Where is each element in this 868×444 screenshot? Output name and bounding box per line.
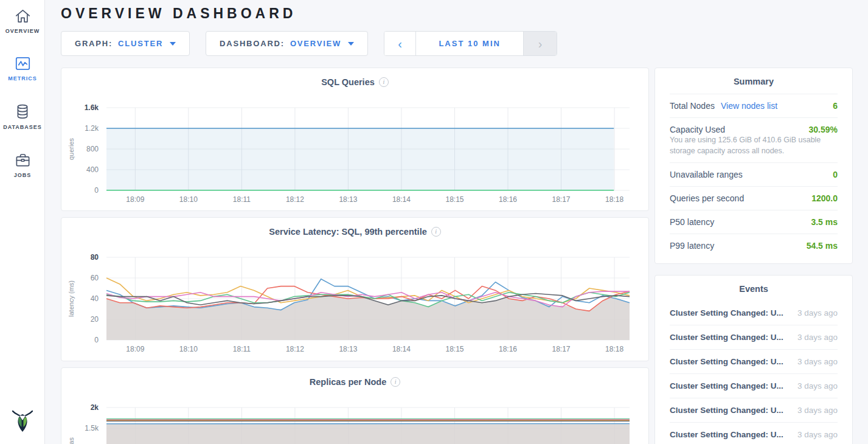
summary-value: 6 — [833, 101, 838, 111]
event-row[interactable]: Cluster Setting Changed: U...3 days ago — [670, 373, 838, 398]
info-icon[interactable]: i — [391, 377, 400, 387]
summary-row-p50: P50 latency 3.5 ms — [670, 210, 838, 234]
side-column: Summary Total Nodes View nodes list 6 Ca… — [654, 68, 853, 444]
graph-dropdown-value: CLUSTER — [118, 39, 163, 48]
summary-label: Queries per second — [670, 193, 744, 203]
controls-bar: GRAPH: CLUSTER DASHBOARD: OVERVIEW ‹ LAS… — [61, 31, 868, 56]
summary-value: 3.5 ms — [811, 217, 838, 227]
databases-icon — [15, 103, 30, 120]
info-icon[interactable]: i — [379, 77, 389, 87]
event-title: Cluster Setting Changed: U... — [670, 406, 783, 415]
sql-queries-chart[interactable]: 04008001.2k1.6k18:0918:1018:1118:1218:13… — [61, 102, 648, 206]
svg-text:18:18: 18:18 — [605, 345, 623, 353]
svg-text:18:12: 18:12 — [286, 195, 304, 204]
dashboard-dropdown[interactable]: DASHBOARD: OVERVIEW — [206, 31, 368, 56]
chart-title: Service Latency: SQL, 99th percentile — [269, 227, 427, 237]
svg-text:18:18: 18:18 — [605, 195, 623, 204]
summary-row-capacity: Capacity Used 30.59% You are using 125.6… — [670, 117, 838, 162]
svg-text:1.6k: 1.6k — [85, 103, 99, 112]
summary-value: 30.59% — [809, 125, 838, 134]
time-range-next-button[interactable]: › — [523, 32, 557, 55]
svg-text:18:09: 18:09 — [126, 195, 144, 204]
svg-text:18:14: 18:14 — [392, 345, 411, 353]
summary-row-total-nodes: Total Nodes View nodes list 6 — [670, 94, 838, 117]
event-title: Cluster Setting Changed: U... — [670, 430, 783, 439]
svg-text:20: 20 — [91, 315, 99, 324]
event-time: 3 days ago — [797, 430, 838, 439]
event-row[interactable]: Cluster Setting Changed: U...3 days ago — [670, 325, 838, 349]
svg-text:18:16: 18:16 — [499, 195, 517, 204]
sidebar-item-jobs[interactable]: JOBS — [0, 144, 45, 184]
sidebar-item-databases[interactable]: DATABASES — [0, 95, 45, 136]
svg-text:18:16: 18:16 — [499, 345, 517, 353]
summary-row-qps: Queries per second 1200.0 — [670, 186, 838, 210]
event-row[interactable]: Cluster Setting Changed: U...3 days ago — [670, 398, 838, 422]
events-list: Cluster Setting Changed: U...3 days agoC… — [670, 301, 838, 444]
summary-value: 54.5 ms — [807, 241, 838, 251]
svg-text:18:14: 18:14 — [392, 195, 411, 204]
svg-text:replicas: replicas — [68, 437, 75, 444]
event-time: 3 days ago — [797, 406, 838, 415]
time-range-prev-button[interactable]: ‹ — [384, 32, 416, 55]
summary-row-p99: P99 latency 54.5 ms — [670, 234, 838, 257]
event-title: Cluster Setting Changed: U... — [670, 381, 783, 390]
graph-dropdown[interactable]: GRAPH: CLUSTER — [61, 31, 190, 56]
event-row[interactable]: Cluster Setting Changed: U...3 days ago — [670, 422, 838, 444]
sidebar-item-label: OVERVIEW — [5, 28, 40, 34]
svg-text:60: 60 — [91, 274, 99, 282]
svg-text:18:11: 18:11 — [233, 195, 251, 204]
event-title: Cluster Setting Changed: U... — [670, 308, 783, 317]
dashboard-content: SQL Queriesi 04008001.2k1.6k18:0918:1018… — [61, 68, 868, 444]
sidebar-item-label: METRICS — [8, 75, 37, 82]
svg-text:18:11: 18:11 — [233, 345, 251, 353]
summary-title: Summary — [670, 77, 838, 94]
info-icon[interactable]: i — [431, 227, 441, 237]
svg-text:0: 0 — [94, 336, 99, 344]
summary-panel: Summary Total Nodes View nodes list 6 Ca… — [654, 68, 853, 264]
replicas-per-node-chart[interactable]: 00.5k1k1.5k2k18:0918:1018:1118:1218:1318… — [61, 401, 648, 444]
svg-text:0: 0 — [94, 186, 99, 195]
chevron-right-icon: › — [538, 38, 543, 50]
event-title: Cluster Setting Changed: U... — [670, 333, 783, 342]
svg-text:18:13: 18:13 — [339, 195, 357, 204]
event-row[interactable]: Cluster Setting Changed: U...3 days ago — [670, 301, 838, 325]
replicas-per-node-card: Replicas per Nodei 00.5k1k1.5k2k18:0918:… — [61, 367, 649, 444]
svg-text:queries: queries — [68, 137, 75, 160]
dashboard-dropdown-value: OVERVIEW — [290, 39, 341, 48]
svg-text:18:10: 18:10 — [179, 195, 198, 204]
event-time: 3 days ago — [797, 333, 838, 342]
event-row[interactable]: Cluster Setting Changed: U...3 days ago — [670, 349, 838, 373]
summary-label: P50 latency — [670, 217, 714, 227]
view-nodes-list-link[interactable]: View nodes list — [721, 101, 777, 111]
summary-label: P99 latency — [670, 241, 714, 251]
event-time: 3 days ago — [797, 308, 838, 317]
caret-down-icon — [170, 42, 176, 46]
service-latency-chart[interactable]: 02040608018:0918:1018:1118:1218:1318:141… — [61, 251, 648, 356]
service-latency-card: Service Latency: SQL, 99th percentilei 0… — [61, 217, 649, 361]
summary-value: 0 — [833, 170, 838, 179]
svg-text:1.5k: 1.5k — [85, 424, 99, 432]
svg-text:1.2k: 1.2k — [85, 124, 99, 133]
svg-text:18:13: 18:13 — [339, 345, 357, 353]
time-range-label[interactable]: LAST 10 MIN — [416, 32, 523, 55]
svg-text:40: 40 — [91, 294, 99, 303]
svg-text:400: 400 — [86, 165, 99, 174]
page-title: OVERVIEW DASHBOARD — [61, 5, 868, 22]
svg-text:latency (ms): latency (ms) — [68, 280, 75, 317]
svg-text:18:12: 18:12 — [286, 345, 304, 353]
events-title: Events — [670, 284, 838, 301]
svg-text:18:10: 18:10 — [179, 345, 198, 353]
svg-text:800: 800 — [86, 145, 99, 153]
sidebar-item-metrics[interactable]: METRICS — [0, 47, 45, 88]
sidebar: OVERVIEW METRICS DATABASES — [0, 0, 45, 444]
sidebar-item-overview[interactable]: OVERVIEW — [0, 0, 45, 40]
caret-down-icon — [348, 42, 354, 46]
svg-text:80: 80 — [91, 253, 99, 262]
home-icon — [15, 9, 31, 24]
dashboard-dropdown-label: DASHBOARD: — [220, 39, 285, 48]
sidebar-item-label: JOBS — [14, 172, 32, 178]
cockroachdb-logo[interactable] — [0, 406, 45, 435]
svg-text:18:09: 18:09 — [126, 345, 144, 353]
charts-column: SQL Queriesi 04008001.2k1.6k18:0918:1018… — [61, 68, 649, 444]
sql-queries-card: SQL Queriesi 04008001.2k1.6k18:0918:1018… — [61, 68, 649, 211]
